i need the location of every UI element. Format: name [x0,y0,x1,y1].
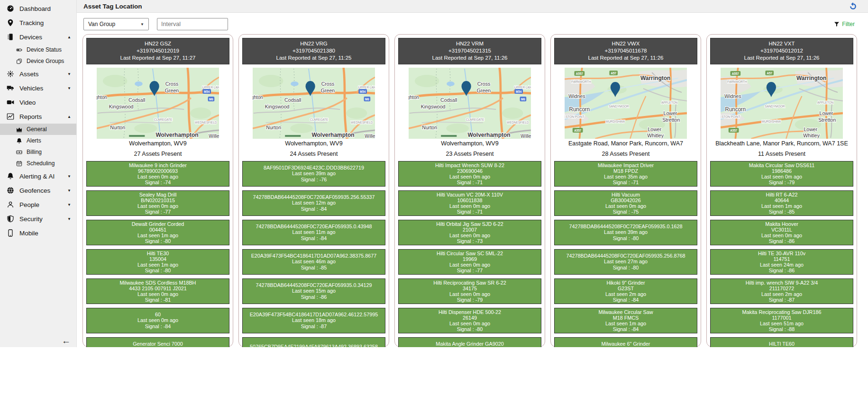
sidebar-item-mobile[interactable]: Mobile [0,226,76,240]
asset-card: Hilti RT 6-A2240644Last seen 1m agoSigna… [710,190,853,216]
filter-button[interactable]: Filter [834,21,855,27]
sidebar-item-label: Tracking [19,19,44,27]
refresh-button[interactable] [849,2,858,11]
sidebar-item-label: Security [19,215,43,223]
map-label: Lower [664,110,677,116]
sidebar-subitem-device-status[interactable]: Device Status [0,44,76,55]
asset-last-seen: Last seen 1m ago [713,203,851,209]
asset-serial: 230690046 [401,168,539,174]
map-label: Lower [820,110,833,116]
sidebar-subitem-billing[interactable]: Billing [0,146,76,158]
sidebar-item-devices[interactable]: Devices▲ [0,30,76,44]
map-thumbnail[interactable]: ghtonCodsallKingswoodCrossGreenUPPER LAN… [409,68,531,139]
asset-signal: Signal : -80 [89,268,227,273]
interval-input[interactable] [157,18,228,30]
asset-serial: 2401254 [401,347,539,347]
asset-signal: Signal : -71 [401,209,539,215]
sidebar-item-alerting-ai[interactable]: Alerting & AI▼ [0,169,76,183]
road-badge: M54 [358,89,367,94]
sidebar-subitem-device-groups[interactable]: Device Groups [0,55,76,67]
sidebar-item-label: Dashboard [19,5,51,12]
asset-card: Milwaukee Circular SawM18 FMCSLast seen … [554,308,697,333]
group-select[interactable]: Van Group ▼ [83,18,149,30]
sidebar-subitem-alerts[interactable]: Alerts [0,135,76,146]
asset-name: Hilti imp. wrench SIW 9-A22 3/4 [713,280,851,286]
asset-name: HILTI TE60 [713,341,851,347]
device-card-header: HN22 VWX+3197045011678Last Reported at S… [554,38,697,64]
page-title: Asset Tag Location [83,3,142,10]
map-label: SANDYMOOR [609,105,629,108]
asset-signal: Signal : -80 [557,235,695,242]
asset-card: Hikoki 9" GrinderG23STLast seen 2m agoSi… [554,278,697,304]
assets-present-count: 11 Assets Present [710,151,853,157]
sidebar-item-assets[interactable]: Assets▼ [0,67,76,81]
asset-last-seen: Last seen 0m ago [89,174,227,179]
sidebar-subitem-label: General [27,126,47,133]
device-groups-icon [16,58,22,64]
asset-signal: Signal : -85 [245,265,383,271]
sidebar-collapse-button[interactable]: ← [62,336,71,346]
map-label: SANDYMOOR [765,105,785,108]
sidebar-item-label: Reports [19,113,42,120]
asset-name: Hilti Dispenser HDE 500-22 [401,309,539,315]
map-thumbnail[interactable]: ghtonCodsallKingswoodCrossGreenUPPER LAN… [97,68,219,139]
map-label: Cross [477,81,491,86]
device-location: Wolverhampton, WV9 [86,140,229,147]
road-badge: M6 [208,97,215,101]
map-label: Green [321,87,335,93]
asset-card: 74278BDAB64445208F0C720EAF059935.0.34129… [242,278,385,304]
asset-name: Dewalt Grinder Corded [89,221,227,227]
asset-serial: M18 CA9115XPD6 [557,347,695,347]
map-label: WESTON POINT [565,115,584,118]
svg-text:A57: A57 [767,71,772,74]
asset-list: Makita Circular Saw DSS6111986486Last se… [710,157,853,347]
map-label: Nurton [110,124,125,130]
map-label: Warrington [796,74,826,81]
device-last-reported: Last Reported at Sep 27, 11:25 [244,54,384,62]
sidebar-item-people[interactable]: People▼ [0,197,76,212]
asset-name: Hikoki 9" Grinder [557,280,695,286]
asset-last-seen: Last seen 0m ago [401,291,539,297]
sidebar-item-geofences[interactable]: Geofences▼ [0,183,76,197]
map-label: Kingswood [265,103,290,109]
sidebar-item-security[interactable]: Security▼ [0,212,76,226]
asset-name: Hilti Circular Saw SC 5ML-22 [401,251,539,256]
assets-present-count: 27 Assets Present [86,151,229,157]
filter-label: Filter [842,21,855,27]
asset-signal: Signal : -71 [401,179,539,185]
map-thumbnail[interactable]: WarringtonFARNWORTHWidnesRuncornAPPLETON… [721,68,843,139]
asset-card: Hilti Orbital Jig Saw SJD 6-2221007Last … [398,220,541,245]
sidebar-item-tracking[interactable]: Tracking [0,16,76,30]
device-status-icon [16,47,22,53]
sidebar-item-label: People [19,201,39,208]
sidebar-item-video[interactable]: Video [0,95,76,109]
chevron-down-icon: ▼ [67,188,73,193]
asset-name: Makita Hoover [713,221,851,227]
asset-name: Milwaukee SDS Cordless M18BH [89,280,227,286]
map-label: Green [477,87,491,93]
map-label: Runcorn [569,106,590,113]
map-label: Willenhall [365,133,375,138]
chevron-down-icon: ▼ [140,22,144,27]
sidebar-item-dashboard[interactable]: Dashboard [0,1,76,16]
asset-name: Milwaukee 6" Grinder [557,341,695,347]
device-card-header: HN22 VXT+3197045012012Last Reported at S… [710,38,853,64]
asset-signal: Signal : -84 [557,297,695,303]
device-card: HN22 VWX+3197045011678Last Reported at S… [550,34,701,347]
sidebar-subitem-general[interactable]: General [0,124,76,135]
sidebar-item-reports[interactable]: Reports▲ [0,109,76,124]
map-label: ghton [253,94,263,99]
road-badge: A557 [729,128,739,133]
map-label: Willenhall [521,133,531,138]
asset-signal: Signal : -87 [713,297,851,303]
map-label: Wolverhampton [155,131,198,138]
sidebar-subitem-scheduling[interactable]: Scheduling [0,158,76,169]
device-location: Wolverhampton, WV9 [242,140,385,147]
map-thumbnail[interactable]: ghtonCodsallKingswoodCrossGreenUPPER LAN… [253,68,375,139]
svg-text:M6: M6 [209,97,213,100]
sidebar-item-vehicles[interactable]: Vehicles▼ [0,81,76,95]
map-label: Cross [165,81,179,86]
map-thumbnail[interactable]: WarringtonFARNWORTHWidnesRuncornAPPLETON… [565,68,687,139]
map-label: Lower [648,126,661,132]
map-label: FARNWORTH [571,80,591,83]
